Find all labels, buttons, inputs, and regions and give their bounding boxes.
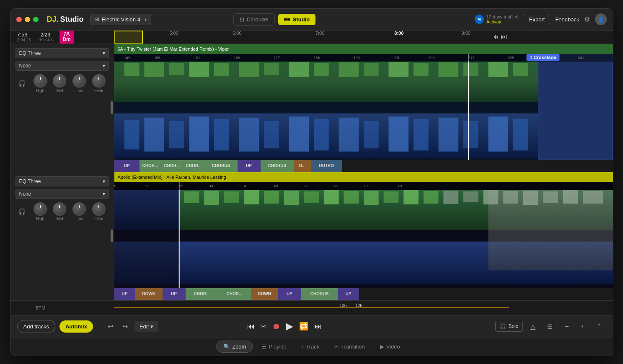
- track1-headphone-icon[interactable]: 🎧: [18, 80, 26, 87]
- track1-mid-knob-group: Mid: [53, 74, 66, 93]
- settings-icon[interactable]: ⚙: [584, 15, 590, 23]
- track2-filter-select[interactable]: None ▾: [16, 189, 109, 199]
- svg-rect-46: [204, 191, 219, 205]
- ruler-num-241: 241: [578, 56, 584, 60]
- track2-mid-knob[interactable]: [53, 202, 66, 216]
- carousel-icon: ⊡: [240, 16, 244, 23]
- track1-seg-chorus5: CHORUS: [261, 160, 294, 172]
- crossfade-region-track1: [538, 54, 613, 160]
- expand-button[interactable]: ⌃: [592, 321, 606, 332]
- skip-back-button[interactable]: ⏮: [492, 33, 499, 41]
- bpm-track: 126 126: [114, 301, 509, 315]
- maximize-button[interactable]: [33, 17, 39, 22]
- tab-zoom[interactable]: 🔍 Zoom: [216, 341, 253, 353]
- undo-button[interactable]: ↩: [105, 320, 116, 333]
- bottom-toolbar: Add tracks Automix ↩ ↪ Edit ▾ ⏮ ✂ ⏺ ▶ 🔁 …: [10, 315, 613, 337]
- track1-filter-knob[interactable]: [92, 74, 106, 88]
- playlist-tab-icon: ☰: [261, 343, 266, 350]
- track1-filter-select[interactable]: None ▾: [16, 61, 109, 71]
- carousel-mode-button[interactable]: ⊡ Carousel: [233, 13, 275, 26]
- track1-mid-knob[interactable]: [53, 74, 66, 88]
- track2-low-label: Low: [75, 217, 83, 221]
- skip-to-end-button[interactable]: ⏭: [314, 322, 322, 331]
- track2-high-label: High: [36, 217, 44, 221]
- tab-transition[interactable]: ✂ Transition: [328, 341, 372, 352]
- svg-rect-35: [438, 117, 458, 151]
- activate-link[interactable]: Activate: [486, 19, 519, 24]
- close-button[interactable]: [16, 17, 22, 22]
- zoom-icon: 🔍: [223, 343, 230, 350]
- minimize-button[interactable]: [25, 17, 30, 22]
- export-button[interactable]: Export: [524, 14, 551, 25]
- waveform-area: 6A - Titty Twister (Jam El Mar Extended …: [114, 44, 613, 300]
- normalize-button[interactable]: △: [526, 320, 540, 333]
- track1-low-knob-group: Low: [72, 74, 86, 93]
- solo-button[interactable]: 🎧 Solo: [495, 321, 523, 332]
- tab-playlist-label: Playlist: [269, 343, 286, 350]
- svg-rect-62: [523, 191, 538, 205]
- track1-eq-select[interactable]: EQ Three ▾: [16, 48, 109, 58]
- svg-rect-54: [364, 191, 379, 205]
- skip-forward-button[interactable]: ⏭: [501, 33, 507, 41]
- ruler-num-201: 201: [393, 56, 400, 60]
- track1-header: 6A - Titty Twister (Jam El Mar Extended …: [114, 44, 613, 54]
- svg-rect-64: [563, 190, 578, 204]
- track1-high-knob[interactable]: [34, 74, 47, 88]
- svg-rect-41: [114, 241, 179, 284]
- play-button[interactable]: ▶: [286, 321, 293, 332]
- ruler-num-225: 225: [508, 56, 514, 60]
- svg-rect-33: [388, 116, 408, 151]
- traffic-lights: [16, 17, 39, 22]
- track1-low-knob[interactable]: [72, 74, 86, 88]
- track2-seg-up3: UP: [278, 288, 301, 300]
- track2-low-knob[interactable]: [72, 202, 86, 216]
- track1-resize-handle[interactable]: [111, 101, 113, 114]
- track2-eq-row: EQ Three ▾: [16, 176, 109, 186]
- playlist-selector[interactable]: ⊞ Electric Vision 4 ▾: [90, 14, 151, 25]
- edit-button[interactable]: Edit ▾: [134, 321, 158, 332]
- tab-track[interactable]: ♪ Track: [295, 341, 326, 352]
- avatar[interactable]: 👤: [595, 13, 607, 25]
- add-tracks-button[interactable]: Add tracks: [17, 320, 55, 333]
- tab-track-label: Track: [306, 343, 319, 350]
- track1-eq-row: EQ Three ▾: [16, 48, 109, 58]
- ruler-num-9: 9: [114, 184, 116, 188]
- grid-button[interactable]: ⊞: [543, 320, 557, 333]
- ruler-num-209: 209: [428, 56, 434, 60]
- ruler-num-217: 217: [468, 56, 474, 60]
- track2-filter-knob[interactable]: [92, 202, 106, 216]
- ruler-num-193: 193: [354, 56, 360, 60]
- track2-filter-arrow: ▾: [103, 191, 105, 197]
- svg-rect-10: [239, 62, 259, 77]
- skip-to-start-button[interactable]: ⏮: [247, 322, 255, 331]
- tab-video[interactable]: ▶ Video: [373, 341, 407, 352]
- studio-mode-button[interactable]: ≡≡ Studio: [278, 14, 316, 25]
- timeline-ruler: 7:53 2:04:26 2/23 TRACKS 7A Dm 5:00 6:00: [10, 31, 613, 44]
- track2-high-knob[interactable]: [34, 202, 47, 216]
- track2-waveform[interactable]: 9 17 25 33 41 49 57 65 73 81: [114, 182, 613, 288]
- loop-button[interactable]: 🔁: [299, 322, 308, 331]
- record-button[interactable]: ⏺: [272, 322, 280, 331]
- mik-icon: M: [475, 15, 484, 24]
- track1-lane[interactable]: 6A - Titty Twister (Jam El Mar Extended …: [114, 44, 613, 172]
- redo-button[interactable]: ↪: [120, 320, 130, 333]
- plus-button[interactable]: +: [576, 320, 589, 333]
- minus-button[interactable]: −: [560, 320, 573, 333]
- ruler-num-41: 41: [244, 184, 248, 188]
- svg-rect-40: [114, 190, 179, 230]
- track2-eq-select[interactable]: EQ Three ▾: [16, 176, 109, 186]
- track2-headphone-icon[interactable]: 🎧: [18, 208, 26, 215]
- track2-resize-handle[interactable]: [111, 230, 113, 242]
- tab-transition-label: Transition: [341, 343, 365, 350]
- feedback-button[interactable]: Feedback: [555, 16, 579, 23]
- track2-ruler: 9 17 25 33 41 49 57 65 73 81: [114, 182, 613, 190]
- automix-button[interactable]: Automix: [59, 320, 93, 333]
- ruler-bar[interactable]: 5:00 6:00 7:00 8:00 9:00 ⏮ ⏭: [114, 31, 509, 44]
- tab-playlist[interactable]: ☰ Playlist: [255, 341, 292, 352]
- track1-waveform[interactable]: 145 153 161 169 177 185 193 201 209 217 …: [114, 54, 613, 160]
- track2-lane[interactable]: Apollo (Extended Mix) - Alle Farben, Mau…: [114, 172, 613, 300]
- svg-rect-6: [144, 62, 164, 77]
- zoom-region: [114, 31, 143, 44]
- crossfade-button[interactable]: ✂: [261, 323, 266, 330]
- ruler-num-145: 145: [124, 56, 130, 60]
